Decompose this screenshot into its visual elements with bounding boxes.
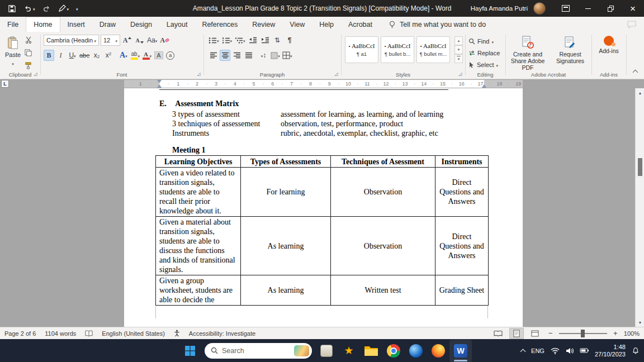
tab-insert[interactable]: Insert — [60, 17, 92, 32]
search-input[interactable] — [222, 347, 290, 355]
highlight-color-button[interactable]: ab — [130, 50, 140, 61]
qat-customize-button[interactable] — [76, 4, 78, 12]
taskbar-search[interactable] — [205, 343, 312, 359]
tab-help[interactable]: Help — [312, 17, 341, 32]
copy-button[interactable] — [25, 49, 32, 58]
shrink-font-button[interactable]: A — [134, 35, 145, 46]
app-icon-star[interactable] — [338, 340, 360, 362]
save-button[interactable] — [8, 4, 16, 13]
tab-view[interactable]: View — [282, 17, 312, 32]
zoom-slider[interactable] — [559, 333, 607, 334]
accessibility-status[interactable]: Accessibility: Investigate — [189, 330, 255, 337]
borders-button[interactable] — [282, 50, 293, 61]
chrome-button[interactable] — [382, 340, 405, 362]
battery-button[interactable] — [580, 348, 589, 353]
print-layout-button[interactable] — [509, 328, 524, 339]
styles-more-button[interactable] — [454, 54, 463, 63]
sort-button[interactable] — [272, 35, 283, 46]
zoom-level[interactable]: 100% — [624, 330, 640, 337]
scroll-up-button[interactable] — [636, 88, 644, 97]
wifi-button[interactable] — [551, 347, 560, 354]
bold-button[interactable]: B — [44, 50, 54, 61]
tab-acrobat[interactable]: Acrobat — [341, 17, 380, 32]
right-indent-marker[interactable] — [482, 84, 486, 88]
zoom-out-button[interactable] — [546, 328, 555, 339]
zoom-in-button[interactable] — [611, 328, 620, 339]
cut-button[interactable] — [25, 36, 32, 45]
language-indicator[interactable]: English (United States) — [102, 330, 165, 337]
tab-file[interactable]: File — [0, 17, 26, 32]
underline-button[interactable]: U — [67, 50, 78, 61]
tell-me-box[interactable]: Tell me what you want to do — [389, 17, 486, 32]
firefox-button[interactable] — [427, 340, 449, 362]
replace-button[interactable]: Replace — [468, 47, 500, 58]
increase-indent-button[interactable] — [260, 35, 271, 46]
justify-button[interactable] — [243, 50, 254, 61]
document-page[interactable]: E. Assessment Matrix 3 types of assessme… — [124, 88, 523, 327]
find-button[interactable]: Find — [468, 36, 500, 46]
scroll-down-button[interactable] — [636, 318, 644, 327]
clock[interactable]: 1:48 27/10/2023 — [595, 344, 626, 358]
styles-dialog-launcher[interactable] — [457, 71, 463, 77]
undo-dropdown-icon[interactable] — [33, 4, 35, 12]
style-card[interactable]: AaBbCcI ¶ bullet m... — [416, 36, 450, 63]
font-dialog-launcher[interactable] — [196, 71, 202, 77]
word-taskbar-button[interactable] — [449, 340, 472, 362]
paragraph-dialog-launcher[interactable] — [333, 71, 339, 77]
request-signatures-button[interactable]: Request Signatures — [549, 32, 591, 71]
clear-formatting-button[interactable]: A — [159, 35, 170, 46]
comments-button[interactable] — [627, 17, 636, 32]
decrease-indent-button[interactable] — [248, 35, 258, 46]
ribbon-display-options-button[interactable] — [555, 0, 577, 17]
tab-references[interactable]: References — [195, 17, 245, 32]
format-painter-button[interactable] — [25, 62, 32, 71]
pen-dropdown-icon[interactable] — [67, 4, 69, 12]
language-switcher[interactable]: ENG — [531, 347, 544, 354]
styles-scroll-down-button[interactable] — [454, 45, 463, 54]
tab-design[interactable]: Design — [123, 17, 159, 32]
account-name[interactable]: Hayfa Amanda Putri — [471, 5, 528, 12]
font-color-button[interactable]: A — [141, 50, 152, 61]
multilevel-list-button[interactable] — [234, 35, 246, 46]
redo-button[interactable] — [42, 4, 51, 12]
restore-button[interactable] — [599, 0, 622, 17]
tab-draw[interactable]: Draw — [92, 17, 123, 32]
font-name-combo[interactable]: Cambria (Headin — [44, 35, 99, 46]
clipboard-dialog-launcher[interactable] — [32, 71, 39, 77]
show-hidden-icons-button[interactable] — [521, 348, 525, 354]
file-explorer-button[interactable] — [360, 340, 382, 362]
grow-font-button[interactable]: A — [122, 35, 132, 46]
addins-button[interactable]: Add-ins — [593, 32, 625, 54]
character-shading-button[interactable]: A — [153, 50, 164, 61]
strikethrough-button[interactable]: abe — [79, 50, 90, 61]
minimize-button[interactable] — [577, 0, 599, 17]
pen-button[interactable] — [58, 4, 69, 12]
style-card[interactable]: AaBbCcI ¶ bullet b... — [381, 36, 414, 63]
collapse-ribbon-button[interactable] — [631, 68, 640, 75]
tab-home[interactable]: Home — [26, 17, 60, 32]
tab-review[interactable]: Review — [245, 17, 282, 32]
select-button[interactable]: Select — [468, 59, 500, 70]
align-right-button[interactable] — [231, 50, 242, 61]
align-center-button[interactable] — [220, 50, 230, 61]
style-card[interactable]: AaBbCcI ¶ a1 — [345, 36, 378, 63]
change-case-button[interactable]: Aa — [146, 35, 158, 46]
subscript-button[interactable]: x2 — [91, 50, 102, 61]
app-icon-gray[interactable] — [315, 340, 338, 362]
avatar[interactable] — [533, 2, 546, 15]
accessibility-icon[interactable] — [174, 330, 180, 337]
tab-layout[interactable]: Layout — [159, 17, 195, 32]
show-formatting-marks-button[interactable]: ¶ — [285, 35, 295, 46]
align-left-button[interactable] — [208, 50, 219, 61]
bullets-button[interactable] — [208, 35, 220, 46]
vertical-scrollbar[interactable] — [635, 88, 644, 327]
page-indicator[interactable]: Page 2 of 6 — [4, 330, 36, 337]
font-size-combo[interactable]: 12 — [101, 35, 120, 46]
first-line-indent-marker[interactable] — [157, 80, 162, 83]
word-count[interactable]: 1104 words — [45, 330, 76, 337]
start-button[interactable] — [179, 340, 201, 362]
line-spacing-button[interactable] — [258, 50, 269, 61]
volume-button[interactable] — [566, 347, 574, 354]
create-share-pdf-button[interactable]: Create and Share Adobe PDF — [506, 32, 549, 71]
superscript-button[interactable]: x2 — [103, 50, 113, 61]
